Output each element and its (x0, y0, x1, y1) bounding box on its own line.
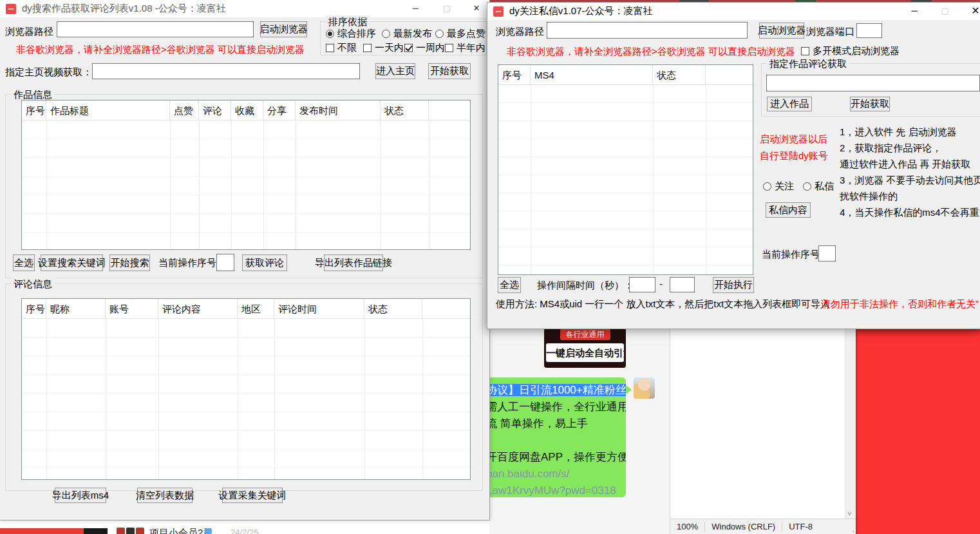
interval-min-input[interactable] (629, 277, 655, 292)
select-all-button[interactable]: 全选 (498, 277, 521, 293)
close-button[interactable]: ✕ (964, 3, 980, 19)
baidu-pan-link-2[interactable]: Law1KrvyMUw?pwd=0318 (486, 482, 622, 497)
line-ending: Windows (CRLF) (705, 522, 782, 531)
maximize-button[interactable]: ▢ (934, 3, 957, 19)
radio-label: 最新发布 (393, 28, 432, 40)
col-comments[interactable]: 评论 (199, 100, 231, 120)
col-index[interactable]: 序号 (22, 100, 46, 120)
browser-path-input[interactable] (57, 21, 254, 37)
checkbox-one-day[interactable]: 一天内 (363, 42, 404, 54)
start-fetch-button[interactable]: 开始获取 (850, 97, 890, 111)
col-favorites[interactable]: 收藏 (231, 100, 263, 120)
checkbox-label: 多开模式启动浏览器 (813, 45, 900, 57)
col-nickname[interactable]: 昵称 (46, 299, 106, 318)
checkbox-one-week[interactable]: 一周内 (404, 42, 445, 54)
comments-table[interactable]: 序号 昵称 账号 评论内容 地区 评论时间 状态 (21, 298, 471, 480)
close-button[interactable]: ✕ (465, 0, 488, 17)
col-status[interactable]: 状态 (653, 65, 706, 84)
red-note-2: 自行登陆dy账号 (760, 150, 828, 162)
col-index[interactable]: 序号 (498, 65, 531, 84)
col-comment-time[interactable]: 评论时间 (274, 299, 364, 318)
col-ms4[interactable]: MS4 (531, 65, 653, 84)
usage-text: 使用方法: MS4或uid 一行一个 放入txt文本，然后把txt文本拖入列表框… (496, 298, 830, 310)
works-table-body[interactable] (22, 120, 470, 249)
enter-home-button[interactable]: 进入主页 (375, 63, 415, 79)
radio-most-liked[interactable]: 最多点赞 (435, 28, 485, 40)
col-likes[interactable]: 点赞 (170, 100, 199, 120)
launch-browser-button[interactable]: 启动浏览器 (759, 23, 804, 39)
start-fetch-button[interactable]: 开始获取 (428, 63, 471, 79)
col-status[interactable]: 状态 (381, 100, 429, 120)
scrollbar[interactable]: ˅ (845, 329, 856, 519)
export-work-links-button[interactable]: 导出列表作品链接 (324, 254, 383, 271)
browser-path-input[interactable] (547, 22, 748, 39)
col-index[interactable]: 序号 (22, 299, 46, 318)
radio-dm[interactable]: 私信 (803, 180, 834, 193)
set-search-keywords-button[interactable]: 设置搜索关键词 (41, 254, 103, 271)
comments-table-header[interactable]: 序号 昵称 账号 评论内容 地区 评论时间 状态 (22, 299, 470, 319)
minimize-button[interactable]: ─ (404, 0, 427, 17)
promo-image[interactable]: 各行业通用 一键启动全自动引流 (544, 326, 626, 368)
start-run-button[interactable]: 开始执行 (713, 277, 754, 293)
radio-follow[interactable]: 关注 (763, 180, 794, 193)
resize-grip[interactable] (853, 531, 854, 532)
chat-group-icon (117, 528, 125, 534)
ms4-table-header[interactable]: 序号 MS4 状态 (498, 65, 753, 85)
col-title[interactable]: 作品标题 (46, 100, 170, 120)
col-publish-time[interactable]: 发布时间 (296, 100, 381, 120)
col-status[interactable]: 状态 (364, 299, 422, 318)
notepad-window: ˅ 100% Windows (CRLF) UTF-8 (670, 329, 856, 534)
works-table-header[interactable]: 序号 作品标题 点赞 评论 收藏 分享 发布时间 状态 (22, 100, 470, 120)
chat-date: 24/2/25 (231, 528, 258, 534)
set-collect-keywords-button[interactable]: 设置采集关键词 (222, 488, 283, 503)
get-comments-button[interactable]: 获取评论 (242, 254, 287, 271)
chat-group-icon (126, 528, 135, 534)
instruction-1: 1，进入软件 先 启动浏览器 (840, 126, 957, 138)
browser-port-input[interactable] (856, 23, 882, 38)
works-table[interactable]: 序号 作品标题 点赞 评论 收藏 分享 发布时间 状态 (21, 100, 471, 250)
baidu-pan-link[interactable]: pan.baidu.com/s/ (486, 466, 622, 482)
chat-group-name[interactable]: 项目小会员2群 (149, 527, 212, 534)
interval-label: 操作间隔时间（秒）： (537, 280, 634, 292)
current-index-input[interactable] (216, 254, 234, 271)
col-account[interactable]: 账号 (106, 299, 158, 318)
clear-list-button[interactable]: 清空列表数据 (137, 488, 193, 503)
select-all-button[interactable]: 全选 (13, 254, 35, 271)
enter-work-button[interactable]: 进入作品 (767, 97, 812, 111)
scroll-down-icon[interactable]: ˅ (847, 510, 851, 517)
col-region[interactable]: 地区 (238, 299, 274, 318)
radio-newest[interactable]: 最新发布 (382, 28, 432, 40)
interval-max-input[interactable] (670, 277, 695, 292)
notepad-text-area[interactable] (670, 329, 845, 519)
chat-bubble[interactable]: 协议】日引流1000+精准粉丝全 需人工一键操作，全行业通用引 流 简单操作，易… (483, 377, 626, 497)
work-url-input[interactable] (766, 75, 980, 91)
avatar[interactable] (634, 377, 655, 399)
home-video-input[interactable] (92, 63, 360, 79)
window-follow-dm: ••• dy关注私信v1.07-公众号：凌富社 ─ ▢ ✕ 浏览器路径： 启动浏… (487, 3, 980, 329)
promo-caption: 一键启动全自动引流 (546, 343, 624, 362)
checkbox-no-limit[interactable]: 不限 (326, 42, 357, 54)
comments-table-body[interactable] (22, 319, 470, 479)
col-blank (429, 100, 470, 120)
ms4-list-table[interactable]: 序号 MS4 状态 (498, 64, 753, 275)
dm-content-button[interactable]: 私信内容 (766, 202, 811, 218)
sort-group-title: 排序依据 (326, 15, 370, 28)
ms4-table-body[interactable] (498, 85, 753, 274)
maximize-button[interactable]: ▢ (435, 0, 458, 17)
radio-label: 综合排序 (337, 28, 376, 40)
instruction-5: 扰软件操作的 (840, 191, 898, 203)
start-search-button[interactable]: 开始搜索 (109, 254, 150, 271)
sort-group: 排序依据 综合排序 最新发布 最多点赞 不限 一天内 一周内 半年内 (320, 21, 487, 55)
radio-comprehensive-sort[interactable]: 综合排序 (326, 28, 376, 40)
radio-label: 最多点赞 (447, 28, 485, 40)
red-bar (0, 528, 84, 534)
checkbox-multi-open[interactable]: 多开模式启动浏览器 (801, 45, 900, 57)
minimize-button[interactable]: ─ (903, 3, 926, 19)
export-ms4-button[interactable]: 导出列表ms4 (55, 488, 106, 503)
launch-browser-button[interactable]: 启动浏览器 (260, 21, 307, 37)
current-index-input[interactable] (818, 245, 836, 262)
checkbox-half-year[interactable]: 半年内 (445, 42, 485, 54)
col-comment-content[interactable]: 评论内容 (158, 299, 238, 318)
col-shares[interactable]: 分享 (263, 100, 296, 120)
right-window-title: dy关注私信v1.07-公众号：凌富社 (509, 5, 653, 17)
